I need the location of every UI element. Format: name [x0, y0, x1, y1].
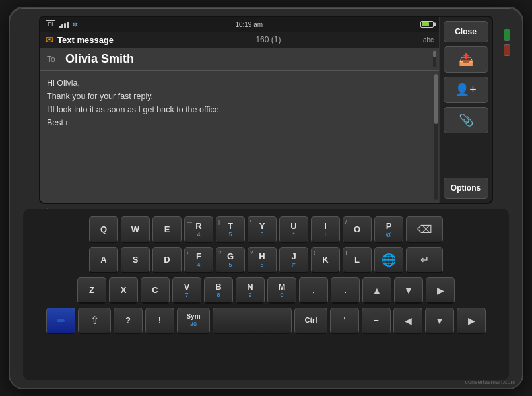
status-bar: EI ✲ 10:19 am [40, 17, 439, 32]
enter-icon: ↵ [420, 253, 429, 266]
right-arrow-icon-2: ▶ [468, 315, 475, 326]
bluetooth-icon: ✲ [72, 20, 78, 29]
key-exclaim[interactable]: ! [145, 308, 174, 334]
key-up[interactable]: ▲ [362, 277, 391, 304]
key-w[interactable]: W [121, 216, 150, 243]
key-f[interactable]: \ F 4 [184, 247, 213, 273]
message-header-left: ✉ Text message [46, 34, 114, 45]
add-contact-icon: 👤+ [455, 82, 477, 97]
key-q[interactable]: Q [89, 216, 118, 243]
recipient-name: Olivia Smith [65, 52, 134, 66]
key-p[interactable]: P @ [374, 216, 403, 243]
send-button[interactable]: 📤 [444, 46, 488, 73]
message-header: ✉ Text message 160 (1) abc [40, 32, 439, 48]
key-n[interactable]: N 9 [236, 277, 265, 304]
key-y[interactable]: \ Y 6 [248, 216, 277, 243]
battery-fill [422, 22, 429, 26]
screen-main: EI ✲ 10:19 am [40, 17, 439, 203]
key-row-2: A S D \ F 4 ? G 5 ? H 6 J # ( [30, 247, 502, 273]
up-arrow-icon: ▲ [372, 285, 382, 296]
key-d[interactable]: D [152, 247, 182, 273]
key-backspace[interactable]: ⌫ [406, 216, 443, 243]
key-s[interactable]: S [121, 247, 150, 273]
message-body[interactable]: Hi Olivia, Thank you for your fast reply… [40, 71, 439, 203]
message-text: Hi Olivia, Thank you for your fast reply… [47, 77, 432, 129]
body-line2: Thank you for your fast reply. [47, 90, 432, 103]
key-b[interactable]: B 8 [204, 277, 233, 304]
bar2 [61, 24, 63, 28]
key-fn-blue[interactable] [46, 308, 75, 334]
key-comma[interactable]: , [299, 277, 328, 304]
key-j[interactable]: J # [279, 247, 308, 273]
char-count: 160 (1) [255, 35, 281, 44]
key-period[interactable]: . [331, 277, 360, 304]
message-type-title: Text message [57, 35, 114, 45]
key-space[interactable]: ───── [213, 308, 292, 334]
key-c[interactable]: C [141, 277, 170, 304]
down-arrow-icon: ▼ [404, 285, 413, 296]
red-end-button[interactable] [504, 44, 510, 56]
key-apostrophe[interactable]: ' [330, 308, 359, 334]
key-row-1: Q W E — R 4 | T 5 \ Y 6 U * I [30, 216, 502, 243]
network-signal: abc [423, 36, 434, 44]
key-h[interactable]: ? H 6 [248, 247, 277, 273]
watermark: consertasmart.com [465, 379, 515, 385]
key-z[interactable]: Z [77, 277, 106, 304]
key-down[interactable]: ▼ [394, 277, 423, 304]
status-left: EI ✲ [46, 20, 78, 29]
key-v[interactable]: V 7 [172, 277, 201, 304]
key-r[interactable]: — R 4 [184, 216, 213, 243]
key-i[interactable]: I + [311, 216, 340, 243]
bar3 [64, 23, 66, 28]
body-scrollbar [434, 74, 438, 200]
key-minus[interactable]: − [362, 308, 391, 334]
sim-icon: EI [46, 20, 55, 28]
key-l[interactable]: ) L [343, 247, 372, 273]
green-call-button[interactable] [504, 29, 510, 41]
key-x[interactable]: X [109, 277, 138, 304]
attach-button[interactable]: 📎 [444, 107, 488, 133]
attach-icon: 📎 [459, 113, 473, 127]
key-row-4: ⇧ ? ! Sym äü ───── Ctrl ' − ◀ ▼ ▶ [30, 308, 502, 334]
options-label: Options [451, 183, 481, 193]
side-buttons [504, 29, 510, 56]
body-line3: I'll look into it as soon as I get back … [47, 103, 432, 116]
key-globe[interactable]: 🌐 [374, 247, 403, 273]
key-sym[interactable]: Sym äü [177, 308, 210, 334]
key-question[interactable]: ? [114, 308, 143, 334]
key-u[interactable]: U * [279, 216, 308, 243]
to-scrollbar-thumb [433, 51, 436, 57]
bar4 [67, 22, 69, 28]
key-g[interactable]: ? G 5 [216, 247, 245, 273]
key-right[interactable]: ▶ [457, 308, 486, 334]
screen-sidebar: Close 📤 👤+ 📎 Options [439, 17, 492, 203]
key-ctrl[interactable]: Ctrl [294, 308, 327, 334]
add-contact-button[interactable]: 👤+ [444, 77, 488, 103]
globe-icon: 🌐 [382, 253, 396, 267]
to-label: To [47, 55, 60, 64]
phone-body: Sony Ericsson EI ✲ 10:19 am [9, 7, 523, 389]
right-arrow-icon: ▶ [437, 285, 444, 296]
options-button[interactable]: Options [444, 178, 488, 199]
key-e[interactable]: E [152, 216, 182, 243]
key-enter[interactable]: ↵ [406, 247, 443, 273]
key-shift[interactable]: ⇧ [78, 308, 111, 334]
shift-icon: ⇧ [90, 314, 99, 327]
backspace-icon: ⌫ [417, 223, 432, 236]
key-m[interactable]: M 0 [267, 277, 296, 304]
key-a[interactable]: A [89, 247, 118, 273]
left-arrow-icon: ◀ [405, 315, 412, 326]
key-right-extra[interactable]: ▶ [426, 277, 455, 304]
key-k[interactable]: ( K [311, 247, 340, 273]
body-line1: Hi Olivia, [47, 77, 432, 90]
to-field[interactable]: To Olivia Smith [40, 48, 439, 71]
key-down-2[interactable]: ▼ [425, 308, 454, 334]
key-t[interactable]: | T 5 [216, 216, 245, 243]
key-o[interactable]: / O [343, 216, 372, 243]
signal-bars [59, 20, 69, 28]
key-left[interactable]: ◀ [393, 308, 422, 334]
envelope-icon: ✉ [46, 34, 53, 45]
battery-icon [420, 21, 434, 28]
send-icon: 📤 [459, 52, 473, 67]
close-button[interactable]: Close [444, 21, 488, 42]
